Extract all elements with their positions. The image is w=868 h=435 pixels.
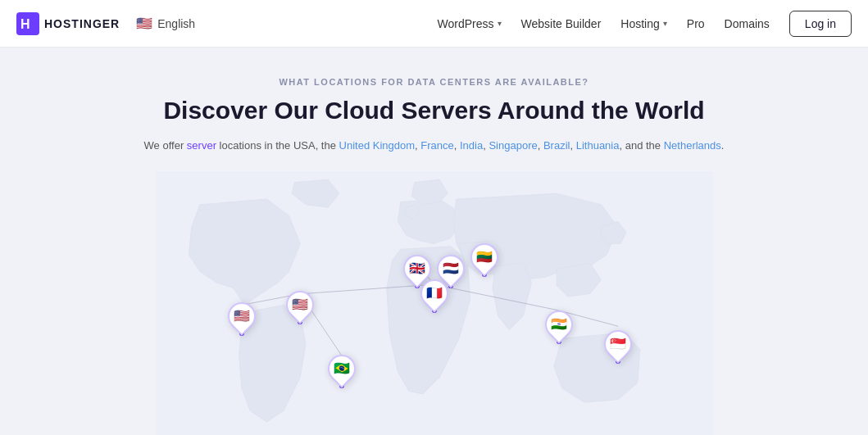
map-container: 🇺🇸 🇺🇸 🇬🇧 🇳🇱 — [16, 171, 852, 435]
india-link[interactable]: India — [460, 139, 483, 152]
navbar: H HOSTINGER 🇺🇸 English WordPress ▾ Websi… — [0, 0, 868, 48]
section-subtitle: WHAT LOCATIONS FOR DATA CENTERS ARE AVAI… — [16, 77, 852, 87]
pin-circle-singapore: 🇸🇬 — [598, 324, 638, 364]
main-content: WHAT LOCATIONS FOR DATA CENTERS ARE AVAI… — [0, 48, 868, 435]
chevron-down-icon: ▾ — [498, 19, 502, 28]
nav-wordpress[interactable]: WordPress ▾ — [438, 17, 502, 30]
svg-text:H: H — [20, 17, 30, 31]
france-link[interactable]: France — [420, 139, 453, 152]
pin-usa-west: 🇺🇸 — [228, 302, 256, 336]
pin-france: 🇫🇷 — [420, 279, 448, 313]
navbar-right: WordPress ▾ Website Builder Hosting ▾ Pr… — [438, 11, 852, 37]
pin-circle-brazil: 🇧🇷 — [322, 349, 361, 388]
login-button[interactable]: Log in — [789, 11, 852, 37]
uk-link[interactable]: United Kingdom — [339, 139, 416, 152]
us-flag-icon: 🇺🇸 — [136, 16, 152, 31]
lithuania-link[interactable]: Lithuania — [576, 139, 620, 152]
pin-usa-east: 🇺🇸 — [286, 291, 314, 324]
pin-circle-usa-east: 🇺🇸 — [280, 285, 320, 324]
logo-text: HOSTINGER — [44, 17, 120, 30]
chevron-down-icon: ▾ — [663, 19, 667, 28]
navbar-left: H HOSTINGER 🇺🇸 English — [16, 12, 195, 35]
pin-singapore: 🇸🇬 — [604, 330, 632, 364]
pin-lithuania: 🇱🇹 — [470, 243, 498, 277]
nav-domains[interactable]: Domains — [725, 17, 770, 30]
pins-layer: 🇺🇸 🇺🇸 🇬🇧 🇳🇱 — [16, 171, 852, 435]
nav-pro[interactable]: Pro — [687, 17, 705, 30]
pin-india: 🇮🇳 — [545, 310, 573, 344]
hostinger-logo-icon: H — [16, 12, 39, 35]
pin-circle-usa-west: 🇺🇸 — [222, 297, 261, 336]
pin-circle-lithuania: 🇱🇹 — [465, 238, 504, 277]
language-label: English — [157, 17, 195, 30]
description-text: We offer server locations in the USA, th… — [16, 138, 852, 155]
language-selector[interactable]: 🇺🇸 English — [136, 16, 195, 31]
singapore-link[interactable]: Singapore — [489, 139, 537, 152]
nav-website-builder[interactable]: Website Builder — [521, 17, 602, 30]
nav-hosting[interactable]: Hosting ▾ — [620, 17, 666, 30]
server-link[interactable]: server — [187, 139, 216, 152]
page-title: Discover Our Cloud Servers Around the Wo… — [16, 97, 852, 125]
logo[interactable]: H HOSTINGER — [16, 12, 120, 35]
pin-brazil: 🇧🇷 — [328, 355, 356, 388]
brazil-link[interactable]: Brazil — [543, 139, 570, 152]
pin-circle-india: 🇮🇳 — [539, 305, 579, 344]
netherlands-link[interactable]: Netherlands — [664, 139, 721, 152]
pin-circle-france: 🇫🇷 — [414, 274, 453, 313]
